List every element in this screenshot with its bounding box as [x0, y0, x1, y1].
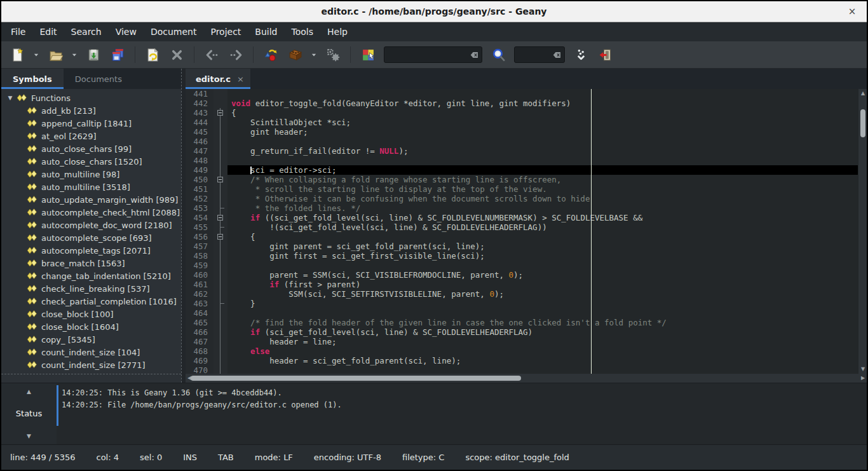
symbol-item[interactable]: brace_match [1563]: [1, 257, 181, 270]
goto-line-entry-input[interactable]: [519, 50, 552, 59]
menu-document[interactable]: Document: [144, 24, 204, 39]
code-line-445[interactable]: 445 gint header;: [186, 127, 858, 137]
symbol-item[interactable]: autocomplete_scope [693]: [1, 231, 181, 244]
symbol-item[interactable]: append_calltip [1841]: [1, 117, 181, 130]
fold-margin[interactable]: [214, 137, 227, 146]
code-line-441[interactable]: 441: [186, 89, 858, 99]
fold-margin[interactable]: [214, 213, 227, 222]
code-line-447[interactable]: 447 g_return_if_fail(editor != NULL);: [186, 146, 858, 156]
status-message[interactable]: 14:20:25: File /home/ban/progs/geany/src…: [62, 399, 867, 411]
build-dropdown[interactable]: [307, 44, 321, 65]
menu-view[interactable]: View: [109, 24, 144, 39]
tabs-scroll-down-icon[interactable]: ▼: [1, 433, 57, 439]
tab-documents[interactable]: Documents: [64, 69, 133, 89]
code-line-469[interactable]: 469 header = sci_get_fold_parent(sci, li…: [186, 356, 858, 365]
fold-margin[interactable]: [214, 365, 227, 374]
code-line-466[interactable]: 466 if (sci_get_fold_level(sci, line) & …: [186, 327, 858, 337]
vertical-scrollbar[interactable]: ▲ ▼: [858, 89, 867, 374]
code-line-465[interactable]: 465 /* find the fold header of the given…: [186, 318, 858, 327]
nav-forward-button[interactable]: [224, 44, 248, 65]
fold-margin[interactable]: [214, 89, 227, 99]
color-chooser-button[interactable]: [356, 44, 380, 65]
menu-tools[interactable]: Tools: [285, 24, 321, 39]
code-line-451[interactable]: 451 * scroll the starting line to displa…: [186, 184, 858, 194]
save-button[interactable]: [81, 44, 105, 65]
fold-collapse-icon[interactable]: [217, 234, 223, 240]
tab-editor-c[interactable]: editor.c ×: [186, 69, 250, 89]
code-line-463[interactable]: 463 }: [186, 299, 858, 308]
code-line-462[interactable]: 462 SSM(sci, SCI_SETFIRSTVISIBLELINE, pa…: [186, 289, 858, 299]
goto-line-entry[interactable]: [514, 46, 565, 63]
code-line-470[interactable]: 470: [186, 365, 858, 374]
code-line-442[interactable]: 442void editor_toggle_fold(GeanyEditor *…: [186, 99, 858, 108]
nav-back-button[interactable]: [200, 44, 224, 65]
code-line-456[interactable]: 456 {: [186, 232, 858, 242]
scroll-down-icon[interactable]: ▼: [858, 365, 867, 374]
clear-entry-icon[interactable]: [470, 50, 479, 60]
fold-margin[interactable]: [214, 346, 227, 356]
code-line-446[interactable]: 446: [186, 137, 858, 146]
code-line-444[interactable]: 444 ScintillaObject *sci;: [186, 118, 858, 127]
code-line-461[interactable]: 461 if (first > parent): [186, 280, 858, 289]
search-entry-input[interactable]: [388, 50, 470, 59]
fold-margin[interactable]: [214, 318, 227, 327]
open-file-button[interactable]: [43, 44, 67, 65]
fold-margin[interactable]: [214, 184, 227, 194]
vertical-scrollbar-thumb[interactable]: [860, 109, 865, 137]
fold-margin[interactable]: [214, 194, 227, 203]
status-message[interactable]: 14:20:25: This is Geany 1.36 (git >= 4bc…: [62, 387, 867, 399]
fold-margin[interactable]: [214, 203, 227, 213]
code-editor[interactable]: 441442void editor_toggle_fold(GeanyEdito…: [186, 89, 858, 374]
code-line-450[interactable]: 450 /* When collapsing a fold range whos…: [186, 175, 858, 184]
code-line-460[interactable]: 460 parent = SSM(sci, SCI_VISIBLEFROMDOC…: [186, 270, 858, 280]
symbol-item[interactable]: add_kb [213]: [1, 104, 181, 117]
fold-margin[interactable]: [214, 356, 227, 365]
tabs-scroll-up-icon[interactable]: ▲: [1, 388, 57, 395]
symbol-item[interactable]: check_partial_completion [1016]: [1, 295, 181, 308]
find-button[interactable]: [486, 44, 510, 65]
scroll-right-icon[interactable]: ▶: [859, 374, 867, 383]
fold-margin[interactable]: [214, 108, 227, 118]
fold-collapse-icon[interactable]: [217, 110, 223, 116]
code-line-453[interactable]: 453 * the folded lines. */: [186, 203, 858, 213]
code-line-467[interactable]: 467 header = line;: [186, 337, 858, 346]
fold-margin[interactable]: [214, 165, 227, 175]
close-document-button[interactable]: [165, 44, 189, 65]
symbol-item[interactable]: auto_close_chars [99]: [1, 142, 181, 155]
symbol-item[interactable]: autocomplete_check_html [2088]: [1, 206, 181, 219]
symbols-root-functions[interactable]: ▼Functions: [1, 92, 181, 104]
goto-line-button[interactable]: [569, 44, 593, 65]
symbol-item[interactable]: count_indent_size [2771]: [1, 358, 181, 371]
code-line-455[interactable]: 455 !(sci_get_fold_level(sci, line) & SC…: [186, 222, 858, 232]
code-line-459[interactable]: 459: [186, 261, 858, 270]
symbol-item[interactable]: check_line_breaking [537]: [1, 282, 181, 295]
menu-edit[interactable]: Edit: [32, 24, 64, 39]
code-line-457[interactable]: 457 gint parent = sci_get_fold_parent(sc…: [186, 242, 858, 251]
menu-project[interactable]: Project: [203, 24, 248, 39]
horizontal-scrollbar[interactable]: ◀ ▶: [186, 374, 867, 383]
symbol-item[interactable]: auto_update_margin_width [989]: [1, 193, 181, 206]
tab-symbols[interactable]: Symbols: [1, 69, 64, 89]
quit-button[interactable]: [593, 44, 617, 65]
fold-margin[interactable]: [214, 251, 227, 261]
new-file-button[interactable]: [5, 44, 29, 65]
menu-file[interactable]: File: [4, 24, 32, 39]
symbol-item[interactable]: close_block [100]: [1, 308, 181, 320]
symbol-item[interactable]: close_block [1604]: [1, 320, 181, 333]
symbol-item[interactable]: auto_multiline [98]: [1, 168, 181, 181]
code-line-464[interactable]: 464: [186, 308, 858, 318]
fold-margin[interactable]: [214, 127, 227, 137]
fold-collapse-icon[interactable]: [217, 215, 223, 221]
fold-margin[interactable]: [214, 327, 227, 337]
fold-margin[interactable]: [214, 280, 227, 289]
code-line-468[interactable]: 468 else: [186, 346, 858, 356]
symbol-item[interactable]: copy_ [5345]: [1, 333, 181, 346]
compile-button[interactable]: [259, 44, 283, 65]
fold-margin[interactable]: [214, 289, 227, 299]
symbol-item[interactable]: autocomplete_tags [2071]: [1, 244, 181, 257]
code-line-449[interactable]: 449 sci = editor->sci;: [186, 165, 858, 175]
fold-margin[interactable]: [214, 232, 227, 242]
scroll-up-icon[interactable]: ▲: [858, 89, 867, 98]
search-entry[interactable]: [384, 46, 482, 63]
fold-margin[interactable]: [214, 118, 227, 127]
